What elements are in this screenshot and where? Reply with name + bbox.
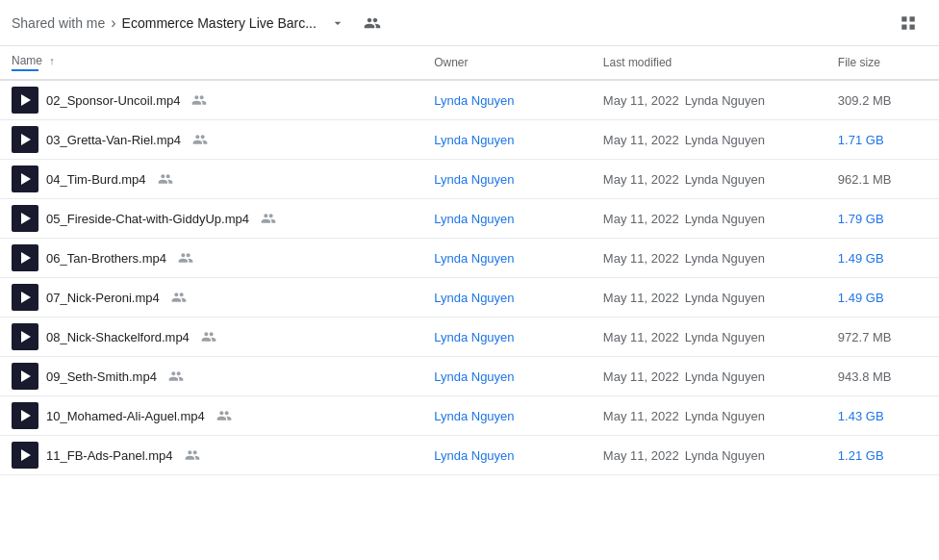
breadcrumb-shared-with-me[interactable]: Shared with me <box>12 15 105 31</box>
play-icon <box>21 331 31 343</box>
column-header-owner[interactable]: Owner <box>422 46 592 80</box>
file-size: 1.43 GB <box>826 396 939 436</box>
people-icon-button[interactable] <box>359 10 386 37</box>
breadcrumb-separator: › <box>111 14 115 32</box>
owner-link[interactable]: Lynda Nguyen <box>434 291 514 305</box>
file-owner[interactable]: Lynda Nguyen <box>422 357 592 396</box>
file-modified: May 11, 2022 Lynda Nguyen <box>592 357 826 396</box>
table-row[interactable]: 08_Nick-Shackelford.mp4 Lynda Nguyen May… <box>0 318 939 357</box>
sort-arrow-icon: ↑ <box>49 55 55 66</box>
grid-view-button[interactable] <box>893 8 924 38</box>
column-header-modified[interactable]: Last modified <box>592 46 826 80</box>
file-modified: May 11, 2022 Lynda Nguyen <box>592 160 826 199</box>
owner-link[interactable]: Lynda Nguyen <box>434 448 514 463</box>
video-thumbnail <box>12 205 38 232</box>
file-name-cell: 07_Nick-Peroni.mp4 <box>0 278 422 318</box>
owner-link[interactable]: Lynda Nguyen <box>434 93 514 108</box>
modified-date: May 11, 2022 <box>603 212 679 226</box>
file-modified: May 11, 2022 Lynda Nguyen <box>592 436 826 475</box>
video-thumbnail <box>12 87 38 114</box>
table-row[interactable]: 05_Fireside-Chat-with-GiddyUp.mp4 Lynda … <box>0 199 939 239</box>
owner-link[interactable]: Lynda Nguyen <box>434 369 514 384</box>
video-thumbnail <box>12 244 38 271</box>
modified-user: Lynda Nguyen <box>685 251 765 266</box>
table-row[interactable]: 07_Nick-Peroni.mp4 Lynda Nguyen May 11, … <box>0 278 939 318</box>
file-name-cell: 02_Sponsor-Uncoil.mp4 <box>0 80 422 120</box>
file-owner[interactable]: Lynda Nguyen <box>422 80 592 120</box>
file-owner[interactable]: Lynda Nguyen <box>422 396 592 436</box>
file-size: 1.49 GB <box>826 239 939 278</box>
table-row[interactable]: 03_Gretta-Van-Riel.mp4 Lynda Nguyen May … <box>0 120 939 160</box>
file-owner[interactable]: Lynda Nguyen <box>422 120 592 160</box>
shared-icon <box>185 447 200 463</box>
video-thumbnail <box>12 165 38 192</box>
file-table: Name ↑ Owner Last modified File size 02_… <box>0 46 939 475</box>
modified-date: May 11, 2022 <box>603 409 679 423</box>
shared-icon <box>192 132 208 147</box>
owner-link[interactable]: Lynda Nguyen <box>434 212 514 226</box>
file-owner[interactable]: Lynda Nguyen <box>422 239 592 278</box>
owner-link[interactable]: Lynda Nguyen <box>434 133 514 147</box>
shared-icon <box>216 408 232 423</box>
video-thumbnail <box>12 323 38 350</box>
modified-user: Lynda Nguyen <box>685 172 765 187</box>
table-row[interactable]: 11_FB-Ads-Panel.mp4 Lynda Nguyen May 11,… <box>0 436 939 475</box>
file-owner[interactable]: Lynda Nguyen <box>422 436 592 475</box>
play-icon <box>21 292 31 303</box>
file-name: 05_Fireside-Chat-with-GiddyUp.mp4 <box>46 212 249 226</box>
modified-date: May 11, 2022 <box>603 330 679 344</box>
shared-icon <box>171 290 187 305</box>
shared-icon <box>261 211 276 226</box>
modified-user: Lynda Nguyen <box>685 291 765 305</box>
file-name-cell: 08_Nick-Shackelford.mp4 <box>0 318 422 357</box>
video-thumbnail <box>12 126 38 153</box>
file-name-cell: 03_Gretta-Van-Riel.mp4 <box>0 120 422 160</box>
owner-link[interactable]: Lynda Nguyen <box>434 172 514 187</box>
modified-date: May 11, 2022 <box>603 369 679 384</box>
file-name: 04_Tim-Burd.mp4 <box>46 172 146 187</box>
table-row[interactable]: 02_Sponsor-Uncoil.mp4 Lynda Nguyen May 1… <box>0 80 939 120</box>
table-row[interactable]: 06_Tan-Brothers.mp4 Lynda Nguyen May 11,… <box>0 239 939 278</box>
column-header-size[interactable]: File size <box>826 46 939 80</box>
file-size: 309.2 MB <box>826 80 939 120</box>
sort-underline <box>12 69 38 71</box>
file-name-cell: 04_Tim-Burd.mp4 <box>0 160 422 199</box>
column-header-name[interactable]: Name ↑ <box>0 46 422 80</box>
file-owner[interactable]: Lynda Nguyen <box>422 278 592 318</box>
table-header-row: Name ↑ Owner Last modified File size <box>0 46 939 80</box>
file-name: 03_Gretta-Van-Riel.mp4 <box>46 133 181 147</box>
video-thumbnail <box>12 363 38 390</box>
table-row[interactable]: 10_Mohamed-Ali-Aguel.mp4 Lynda Nguyen Ma… <box>0 396 939 436</box>
file-owner[interactable]: Lynda Nguyen <box>422 199 592 239</box>
file-modified: May 11, 2022 Lynda Nguyen <box>592 80 826 120</box>
file-name-cell: 11_FB-Ads-Panel.mp4 <box>0 436 422 475</box>
dropdown-button[interactable] <box>324 10 351 37</box>
table-row[interactable]: 04_Tim-Burd.mp4 Lynda Nguyen May 11, 202… <box>0 160 939 199</box>
table-row[interactable]: 09_Seth-Smith.mp4 Lynda Nguyen May 11, 2… <box>0 357 939 396</box>
owner-link[interactable]: Lynda Nguyen <box>434 409 514 423</box>
file-modified: May 11, 2022 Lynda Nguyen <box>592 199 826 239</box>
file-name: 08_Nick-Shackelford.mp4 <box>46 330 190 344</box>
file-owner[interactable]: Lynda Nguyen <box>422 160 592 199</box>
shared-icon <box>201 329 216 344</box>
file-name: 06_Tan-Brothers.mp4 <box>46 251 166 266</box>
play-icon <box>21 449 31 461</box>
play-icon <box>21 213 31 224</box>
file-modified: May 11, 2022 Lynda Nguyen <box>592 120 826 160</box>
file-name: 09_Seth-Smith.mp4 <box>46 369 157 384</box>
play-icon <box>21 173 31 185</box>
file-name-cell: 05_Fireside-Chat-with-GiddyUp.mp4 <box>0 199 422 239</box>
file-modified: May 11, 2022 Lynda Nguyen <box>592 396 826 436</box>
file-name-cell: 10_Mohamed-Ali-Aguel.mp4 <box>0 396 422 436</box>
modified-date: May 11, 2022 <box>603 172 679 187</box>
video-thumbnail <box>12 284 38 311</box>
owner-link[interactable]: Lynda Nguyen <box>434 330 514 344</box>
file-owner[interactable]: Lynda Nguyen <box>422 318 592 357</box>
file-size: 972.7 MB <box>826 318 939 357</box>
file-size: 1.71 GB <box>826 120 939 160</box>
file-size: 943.8 MB <box>826 357 939 396</box>
file-name-cell: 06_Tan-Brothers.mp4 <box>0 239 422 278</box>
modified-user: Lynda Nguyen <box>685 369 765 384</box>
modified-user: Lynda Nguyen <box>685 212 765 226</box>
owner-link[interactable]: Lynda Nguyen <box>434 251 514 266</box>
